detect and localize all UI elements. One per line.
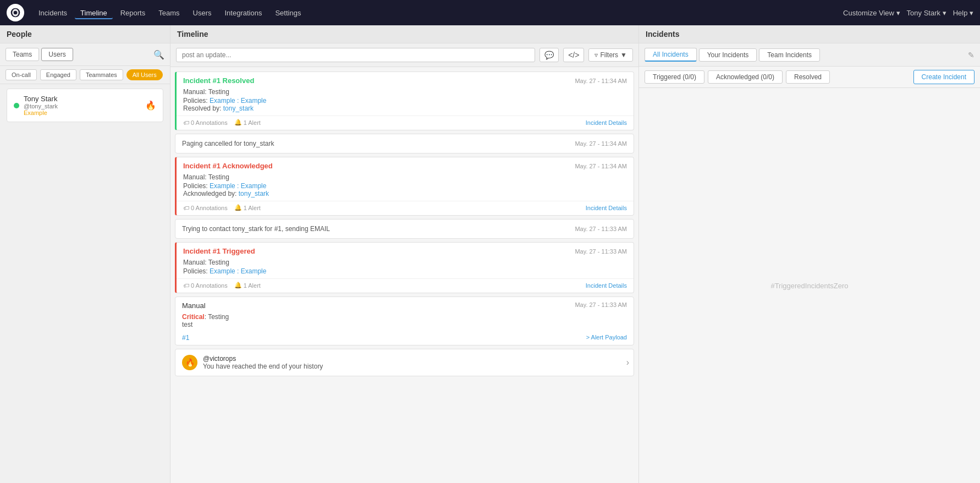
incident-resolved-by: Resolved by: tony_stark	[183, 105, 627, 112]
nav-right: Customize View ▾ Tony Stark ▾ Help ▾	[843, 9, 973, 17]
alerts-count: 🔔 1 Alert	[234, 119, 261, 126]
filter-funnel-icon: ▿	[594, 51, 598, 59]
timeline-panel: Timeline 💬 </> ▿ Filters ▼ Incident #1 R…	[170, 25, 639, 483]
alert-timestamp: May. 27 - 11:33 AM	[575, 301, 627, 310]
contact-attempt-timestamp: May. 27 - 11:33 AM	[575, 226, 627, 232]
acknowledged-status-tab[interactable]: Acknowledged (0/0)	[708, 70, 783, 84]
incident-ack-subtitle: Manual: Testing	[183, 173, 627, 181]
timeline-content: Incident #1 Resolved May. 27 - 11:34 AM …	[170, 67, 638, 483]
incident-body: Manual: Testing Policies: Example : Exam…	[177, 87, 634, 116]
search-button[interactable]: 🔍	[153, 50, 164, 60]
resolved-by-link[interactable]: tony_stark	[223, 105, 254, 112]
nav-timeline[interactable]: Timeline	[75, 7, 113, 19]
user-menu-button[interactable]: Tony Stark ▾	[907, 9, 946, 17]
incident-trig-body: Manual: Testing Policies: Example : Exam…	[177, 257, 634, 278]
users-tab[interactable]: Users	[41, 48, 73, 61]
filters-chevron-icon: ▼	[620, 51, 627, 59]
incident-triggered-item: Incident #1 Triggered May. 27 - 11:33 AM…	[175, 242, 634, 293]
teammates-filter[interactable]: Teammates	[80, 69, 123, 80]
alert-number-link[interactable]: #1	[182, 334, 189, 342]
incident-footer: 🏷 0 Annotations 🔔 1 Alert Incident Detai…	[177, 116, 634, 130]
incidents-empty-state: #TriggeredIncidentsZero	[639, 88, 980, 483]
user-online-indicator	[14, 103, 19, 108]
incident-trig-header: Incident #1 Triggered May. 27 - 11:33 AM	[177, 243, 634, 257]
incidents-header: Incidents	[639, 25, 980, 43]
post-update-input[interactable]	[176, 48, 535, 62]
alert-item: Manual May. 27 - 11:33 AM Critical: Test…	[175, 297, 634, 345]
status-tabs-row: Triggered (0/0) Acknowledged (0/0) Resol…	[639, 67, 980, 88]
nav-reports[interactable]: Reports	[115, 7, 151, 19]
all-users-filter[interactable]: All Users	[126, 69, 163, 80]
pager-icon: 🔥	[145, 100, 156, 111]
incident-ack-footer: 🏷 0 Annotations 🔔 1 Alert Incident Detai…	[177, 201, 634, 215]
incident-trig-policies: Policies: Example : Example	[183, 267, 627, 275]
teams-tab[interactable]: Teams	[5, 48, 39, 61]
nav-teams[interactable]: Teams	[153, 7, 185, 19]
alert-payload-link[interactable]: > Alert Payload	[586, 334, 627, 342]
contact-attempt-item: Trying to contact tony_stark for #1, sen…	[175, 219, 634, 239]
create-incident-button[interactable]: Create Incident	[913, 70, 975, 84]
ack-policy-link[interactable]: Example : Example	[210, 182, 266, 190]
incident-ack-header: Incident #1 Acknowledged May. 27 - 11:34…	[177, 157, 634, 172]
your-incidents-tab[interactable]: Your Incidents	[699, 48, 757, 62]
chat-icon-button[interactable]: 💬	[539, 48, 559, 62]
user-details: Tony Stark @tony_stark Example	[24, 95, 141, 116]
nav-incidents[interactable]: Incidents	[33, 7, 73, 19]
people-panel: People Teams Users 🔍 On-call Engaged Tea…	[0, 25, 170, 483]
trig-footer-left: 🏷 0 Annotations 🔔 1 Alert	[183, 282, 261, 289]
incidents-panel: Incidents All Incidents Your Incidents T…	[639, 25, 980, 483]
filter-row: On-call Engaged Teammates All Users	[0, 66, 170, 84]
simple-item-text: Paging cancelled for tony_stark	[182, 140, 274, 147]
edit-icon[interactable]: ✎	[968, 51, 975, 59]
team-incidents-tab[interactable]: Team Incidents	[759, 48, 820, 62]
incident-trig-subtitle: Manual: Testing	[183, 259, 627, 266]
incident-subtitle: Manual: Testing	[183, 88, 627, 96]
filters-label: Filters	[600, 51, 618, 59]
incident-ack-body: Manual: Testing Policies: Example : Exam…	[177, 172, 634, 201]
user-item[interactable]: Tony Stark @tony_stark Example 🔥	[7, 89, 163, 122]
victorops-icon: 🔥	[182, 355, 197, 370]
alert-body: Critical: Testing test	[175, 312, 634, 332]
incidents-title: Incidents	[646, 30, 679, 39]
filters-dropdown-button[interactable]: ▿ Filters ▼	[588, 48, 633, 62]
people-header: People	[0, 25, 170, 43]
incident-ack-title: Incident #1 Acknowledged	[183, 162, 273, 170]
resolved-status-tab[interactable]: Resolved	[786, 70, 830, 84]
triggered-status-tab[interactable]: Triggered (0/0)	[645, 70, 704, 84]
annotations-count: 🏷 0 Annotations	[183, 119, 228, 126]
trig-incident-details-link[interactable]: Incident Details	[586, 282, 627, 289]
ack-annotations-count: 🏷 0 Annotations	[183, 205, 228, 211]
nav-settings[interactable]: Settings	[269, 7, 306, 19]
nav-integrations[interactable]: Integrations	[219, 7, 267, 19]
contact-attempt-text: Trying to contact tony_stark for #1, sen…	[182, 225, 330, 233]
user-handle: @tony_stark	[24, 103, 141, 109]
people-tabs-row: Teams Users 🔍	[0, 43, 170, 66]
top-nav: Incidents Timeline Reports Teams Users I…	[0, 0, 980, 25]
acked-by-link[interactable]: tony_stark	[239, 190, 269, 197]
incident-details-link[interactable]: Incident Details	[586, 119, 627, 126]
alert-severity: Critical: Testing	[182, 313, 627, 321]
logo[interactable]	[7, 4, 24, 21]
incident-trig-title: Incident #1 Triggered	[183, 247, 255, 255]
trig-policy-link[interactable]: Example : Example	[210, 267, 266, 275]
footer-right: Incident Details	[586, 118, 627, 127]
alert-body-text: test	[182, 321, 627, 328]
victorops-handle: @victorops	[203, 355, 323, 363]
policy-link[interactable]: Example : Example	[210, 97, 266, 105]
help-menu-button[interactable]: Help ▾	[953, 9, 973, 17]
engaged-filter[interactable]: Engaged	[40, 69, 76, 80]
on-call-filter[interactable]: On-call	[5, 69, 37, 80]
customize-view-button[interactable]: Customize View ▾	[843, 9, 900, 17]
nav-users[interactable]: Users	[188, 7, 217, 19]
ack-incident-details-link[interactable]: Incident Details	[586, 205, 627, 211]
nav-links: Incidents Timeline Reports Teams Users I…	[33, 7, 843, 19]
alert-title: Manual	[182, 301, 206, 310]
paging-cancelled-item: Paging cancelled for tony_stark May. 27 …	[175, 134, 634, 153]
expand-icon: ›	[626, 358, 629, 367]
ack-alerts-count: 🔔 1 Alert	[234, 204, 261, 211]
code-icon-button[interactable]: </>	[563, 48, 584, 62]
incident-resolved-timestamp: May. 27 - 11:34 AM	[575, 78, 627, 84]
footer-left: 🏷 0 Annotations 🔔 1 Alert	[183, 119, 261, 126]
all-incidents-tab[interactable]: All Incidents	[645, 48, 697, 62]
incidents-tabs-row: All Incidents Your Incidents Team Incide…	[639, 43, 980, 67]
